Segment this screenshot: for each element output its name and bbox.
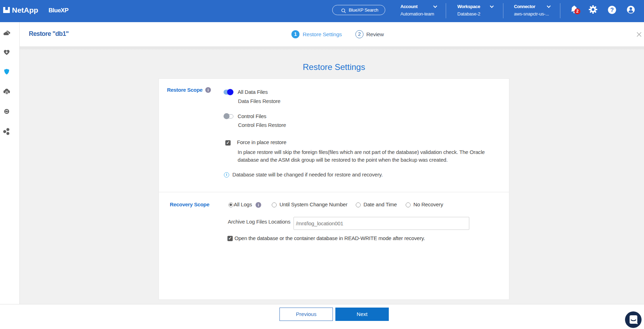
svg-text:?: ? <box>610 7 614 13</box>
